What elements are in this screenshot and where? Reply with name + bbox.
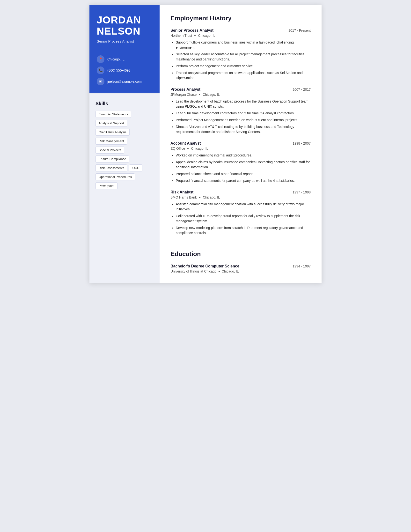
- job-bullets: Lead the development of batch upload pro…: [170, 99, 311, 134]
- list-item: Collaborated with IT to develop fraud re…: [176, 214, 311, 224]
- list-item: Performed Project Management as needed o…: [176, 117, 311, 123]
- job-title: Senior Process Analyst: [170, 28, 214, 33]
- bullet-dot: [187, 148, 188, 149]
- job-title: Process Analyst: [170, 87, 200, 92]
- company-location: Chicago, IL: [198, 34, 215, 38]
- main-content: Employment History Senior Process Analys…: [159, 5, 322, 283]
- job-bullets: Assisted commercial risk management divi…: [170, 202, 311, 236]
- contact-location: 📍 Chicago, IL: [97, 55, 152, 63]
- skill-tag: Operational Procedures: [95, 173, 135, 180]
- job-bullets: Support multiple customers and business …: [170, 40, 311, 81]
- education-left: Bachelor's Degree Computer ScienceUniver…: [170, 264, 239, 273]
- job-header: Risk Analyst1997 - 1998: [170, 190, 311, 194]
- bullet-dot: [199, 94, 200, 95]
- company-location: Chicago, IL: [203, 195, 220, 199]
- phone-text: (800) 555-4093: [107, 68, 131, 72]
- edu-school: University of Illinois at ChicagoChicago…: [170, 269, 239, 273]
- job-bullets: Worked on implementing internal audit pr…: [170, 153, 311, 183]
- skills-tags: Financial StatementsAnalytical SupportCr…: [95, 111, 154, 189]
- education-heading: Education: [170, 250, 311, 259]
- email-icon: ✉: [97, 78, 104, 85]
- list-item: Appeal denied claims by health insurance…: [176, 160, 311, 170]
- sidebar-header: JORDAN NELSON Senior Process Analyst: [89, 5, 159, 50]
- edu-degree: Bachelor's Degree Computer Science: [170, 264, 239, 268]
- job-company: Northern TrustChicago, IL: [170, 34, 311, 38]
- email-text: jnelson@example.com: [107, 80, 142, 83]
- edu-dates: 1994 - 1997: [292, 264, 311, 268]
- job-dates: 1998 - 2007: [292, 142, 311, 145]
- bullet-dot: [199, 197, 200, 198]
- employment-heading: Employment History: [170, 15, 311, 23]
- job-header: Account Analyst1998 - 2007: [170, 141, 311, 146]
- skill-tag: Ensure Compliance: [95, 155, 129, 162]
- contact-email: ✉ jnelson@example.com: [97, 78, 152, 85]
- skill-tag: Risk Management: [95, 138, 127, 145]
- sidebar: JORDAN NELSON Senior Process Analyst 📍 C…: [89, 5, 159, 283]
- contact-section: 📍 Chicago, IL 📞 (800) 555-4093 ✉ jnelson…: [89, 50, 159, 93]
- job-entry: Process Analyst2007 - 2017JPMorgan Chase…: [170, 87, 311, 134]
- skill-tag: Special Projects: [95, 147, 124, 153]
- list-item: Assisted commercial risk management divi…: [176, 202, 311, 212]
- skill-tag: Risk Assessments: [95, 164, 127, 171]
- list-item: Lead 5 full time development contractors…: [176, 111, 311, 116]
- skill-tag: Analytical Support: [95, 120, 127, 127]
- school-name: University of Illinois at Chicago: [170, 269, 217, 273]
- company-name: BMO Harris Bank: [170, 195, 197, 199]
- skills-heading: Skills: [95, 101, 154, 106]
- job-company: JPMorgan ChaseChicago, IL: [170, 93, 311, 96]
- education-container: Bachelor's Degree Computer ScienceUniver…: [170, 264, 311, 273]
- list-item: Lead the development of batch upload pro…: [176, 99, 311, 109]
- company-location: Chicago, IL: [203, 93, 220, 96]
- first-name: JORDAN: [97, 15, 152, 26]
- list-item: Directed Verizon and AT& T call routing …: [176, 124, 311, 134]
- company-name: Northern Trust: [170, 34, 192, 38]
- list-item: Support multiple customers and business …: [176, 40, 311, 50]
- skill-tag: OCC: [129, 164, 142, 171]
- job-title: Account Analyst: [170, 141, 201, 146]
- company-name: JPMorgan Chase: [170, 93, 196, 96]
- skill-tag: Powerpoint: [95, 182, 118, 189]
- job-title-label: Senior Process Analyst: [97, 39, 152, 43]
- last-name: NELSON: [97, 26, 152, 37]
- bullet-dot: [194, 35, 196, 36]
- job-entry: Senior Process Analyst2017 - PresentNort…: [170, 28, 311, 81]
- list-item: Worked on implementing internal audit pr…: [176, 153, 311, 158]
- section-divider: [170, 243, 311, 243]
- skill-tag: Financial Statements: [95, 111, 131, 118]
- location-icon: 📍: [97, 55, 104, 63]
- list-item: Selected as key leader accountable for a…: [176, 52, 311, 62]
- jobs-container: Senior Process Analyst2017 - PresentNort…: [170, 28, 311, 236]
- list-item: Prepared financial statements for parent…: [176, 178, 311, 183]
- resume-container: JORDAN NELSON Senior Process Analyst 📍 C…: [89, 5, 322, 283]
- bullet-dot: [219, 271, 220, 272]
- location-text: Chicago, IL: [107, 57, 124, 61]
- skills-section: Skills Financial StatementsAnalytical Su…: [89, 94, 159, 283]
- skill-tag: Credit Risk Analysis: [95, 129, 130, 136]
- contact-phone: 📞 (800) 555-4093: [97, 66, 152, 74]
- job-header: Senior Process Analyst2017 - Present: [170, 28, 311, 33]
- education-entry: Bachelor's Degree Computer ScienceUniver…: [170, 264, 311, 273]
- list-item: Prepared balance sheets and other financ…: [176, 171, 311, 177]
- list-item: Develop new modeling platform from scrat…: [176, 225, 311, 236]
- job-header: Process Analyst2007 - 2017: [170, 87, 311, 92]
- job-company: BMO Harris BankChicago, IL: [170, 195, 311, 199]
- job-title: Risk Analyst: [170, 190, 193, 194]
- job-dates: 2017 - Present: [289, 28, 311, 32]
- company-name: EQ Office: [170, 147, 185, 150]
- company-location: Chicago, IL: [191, 147, 208, 150]
- list-item: Perform project management and customer …: [176, 64, 311, 69]
- phone-icon: 📞: [97, 66, 104, 74]
- job-dates: 2007 - 2017: [292, 87, 311, 91]
- job-entry: Account Analyst1998 - 2007EQ OfficeChica…: [170, 141, 311, 183]
- list-item: Trained analysts and programmers on soft…: [176, 70, 311, 81]
- job-entry: Risk Analyst1997 - 1998BMO Harris BankCh…: [170, 190, 311, 236]
- school-location: Chicago, IL: [222, 269, 239, 273]
- job-company: EQ OfficeChicago, IL: [170, 147, 311, 150]
- job-dates: 1997 - 1998: [292, 190, 311, 194]
